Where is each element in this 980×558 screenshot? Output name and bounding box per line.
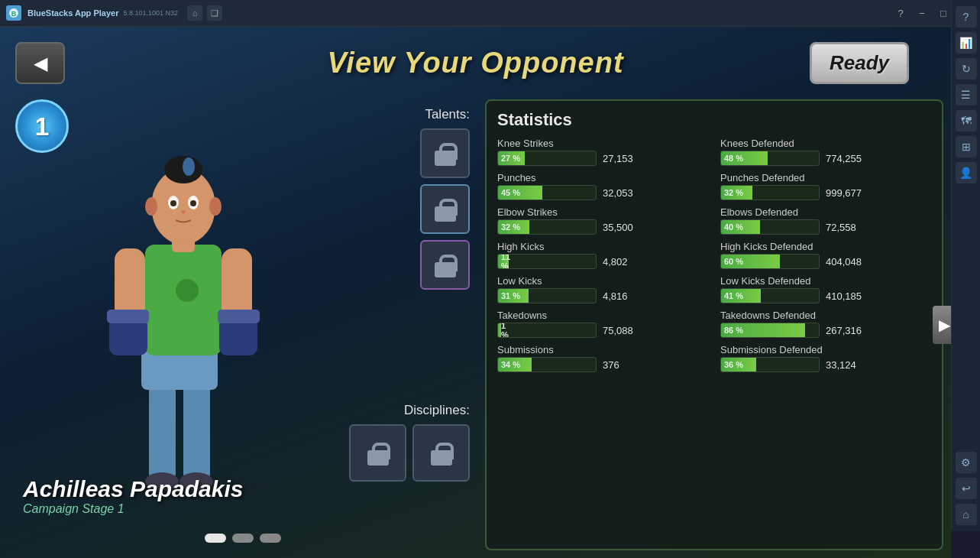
title-bar: B BlueStacks App Player 5.8.101.1001 N32…	[0, 0, 980, 27]
stat-right-1: Punches Defended 32 % 999,677	[720, 172, 931, 200]
stat-bar-container: 32 %	[497, 219, 597, 235]
sidebar-icon-home[interactable]: ⌂	[956, 504, 977, 525]
stat-bar-row: 45 % 32,053	[497, 185, 708, 200]
stat-bar-row: 36 % 33,124	[720, 357, 931, 372]
stat-left-5: Takedowns 1 % 75,088	[497, 310, 708, 338]
stat-value: 27,153	[603, 153, 633, 164]
stat-left-1: Punches 45 % 32,053	[497, 172, 708, 200]
stat-bar-container: 40 %	[720, 219, 820, 235]
stat-value: 33,124	[826, 359, 856, 371]
stat-bar-row: 32 % 999,677	[720, 185, 931, 200]
stat-bar-fill: 11 %	[498, 255, 509, 268]
fighter-info: Achilleas Papadakis Campaign Stage 1	[23, 476, 244, 516]
stat-bar-fill: 31 %	[498, 289, 529, 303]
help-button[interactable]: ?	[891, 5, 910, 21]
page-title: View Your Opponent	[327, 47, 623, 79]
sidebar-icon-question[interactable]: ?	[956, 6, 977, 28]
sidebar-icon-person[interactable]: 👤	[956, 162, 977, 183]
multi-icon[interactable]: ❑	[207, 5, 222, 21]
left-panel: 1	[8, 99, 477, 550]
page-dot-1[interactable]	[205, 534, 226, 543]
back-button[interactable]: ◀	[15, 42, 65, 84]
stat-left-3: High Kicks 11 % 4,802	[497, 241, 708, 269]
stat-pct: 32 %	[724, 188, 743, 197]
stat-right-5: Takedowns Defended 86 % 267,316	[720, 310, 931, 338]
talent-slot-2[interactable]	[420, 184, 470, 234]
back-icon: ◀	[34, 53, 47, 74]
sidebar-icon-map[interactable]: 🗺	[956, 110, 977, 131]
disciplines-row	[349, 424, 470, 482]
fighter-name: Achilleas Papadakis	[23, 476, 244, 502]
app-name: BlueStacks App Player	[27, 8, 118, 18]
lock-icon-d1	[367, 441, 389, 466]
stat-value: 35,500	[603, 222, 633, 233]
lock-icon-3	[435, 253, 456, 277]
header: ◀ View Your Opponent Ready	[0, 27, 951, 99]
svg-point-18	[190, 200, 196, 206]
stat-label: Low Kicks Defended	[720, 275, 931, 287]
stat-bar-row: 48 % 774,255	[720, 151, 931, 166]
character-figure	[42, 115, 309, 504]
discipline-slot-2[interactable]	[412, 424, 470, 482]
talents-label: Talents:	[420, 107, 470, 122]
stat-label: Low Kicks	[497, 275, 708, 287]
stat-bar-fill: 86 %	[721, 323, 805, 337]
stat-pct: 32 %	[501, 222, 520, 232]
minimize-button[interactable]: −	[913, 5, 931, 21]
stat-label: Submissions	[497, 344, 708, 355]
stat-pct: 40 %	[724, 222, 743, 232]
stat-pct: 1 %	[501, 323, 509, 338]
stat-pct: 31 %	[501, 291, 520, 300]
stat-bar-row: 31 % 4,816	[497, 288, 708, 303]
right-sidebar: ? 📊 ↻ ☰ 🗺 ⊞ 👤 ⚙ ↩ ⌂	[951, 0, 980, 531]
title-bar-nav: ⌂ ❑	[187, 5, 222, 21]
level-badge: 1	[15, 99, 69, 153]
page-dot-2[interactable]	[232, 534, 254, 543]
maximize-button[interactable]: □	[934, 5, 953, 21]
stat-value: 267,316	[826, 325, 862, 336]
stat-bar-container: 86 %	[720, 323, 820, 338]
stat-value: 4,802	[603, 256, 628, 268]
stat-bar-fill: 1 %	[498, 323, 501, 337]
sidebar-icon-grid[interactable]: ⊞	[956, 136, 977, 157]
stat-bar-container: 36 %	[720, 357, 820, 372]
stat-value: 32,053	[603, 187, 633, 199]
lock-icon-d2	[431, 441, 452, 466]
sidebar-icon-back[interactable]: ↩	[956, 478, 977, 499]
stat-bar-container: 27 %	[497, 151, 597, 166]
discipline-slot-1[interactable]	[349, 424, 406, 482]
home-icon[interactable]: ⌂	[187, 5, 202, 21]
stat-left-2: Elbow Strikes 32 % 35,500	[497, 206, 708, 235]
stat-label: Knees Defended	[720, 138, 931, 149]
stat-pct: 45 %	[501, 188, 520, 197]
svg-point-19	[145, 197, 157, 216]
stat-bar-row: 11 % 4,802	[497, 254, 708, 269]
talent-slot-1[interactable]	[420, 128, 470, 178]
stat-bar-row: 60 % 404,048	[720, 254, 931, 269]
stat-value: 75,088	[603, 325, 633, 336]
stat-left-4: Low Kicks 31 % 4,816	[497, 275, 708, 303]
ready-button[interactable]: Ready	[810, 42, 909, 84]
sidebar-icon-refresh[interactable]: ↻	[956, 58, 977, 79]
svg-rect-4	[183, 375, 210, 482]
page-dot-3[interactable]	[260, 534, 281, 543]
stat-bar-fill: 27 %	[498, 151, 525, 165]
stat-bar-row: 27 % 27,153	[497, 151, 708, 166]
stat-pct: 48 %	[724, 154, 743, 163]
stat-bar-row: 32 % 35,500	[497, 219, 708, 235]
svg-rect-3	[149, 375, 176, 482]
lock-icon-2	[435, 197, 456, 222]
stats-panel: Statistics Knee Strikes 27 % 27,153 Knee…	[485, 99, 943, 550]
talent-slot-3[interactable]	[420, 240, 470, 290]
stat-value: 72,558	[826, 222, 856, 233]
stat-bar-row: 41 % 410,185	[720, 288, 931, 303]
stat-bar-container: 32 %	[720, 185, 820, 200]
sidebar-icon-list[interactable]: ☰	[956, 84, 977, 105]
stat-label: High Kicks Defended	[720, 241, 931, 252]
svg-rect-26	[218, 310, 260, 323]
sidebar-icon-settings[interactable]: ⚙	[956, 452, 977, 473]
stat-bar-row: 40 % 72,558	[720, 219, 931, 235]
stat-bar-row: 86 % 267,316	[720, 323, 931, 338]
sidebar-icon-chart[interactable]: 📊	[956, 32, 977, 54]
stats-title: Statistics	[497, 110, 931, 130]
